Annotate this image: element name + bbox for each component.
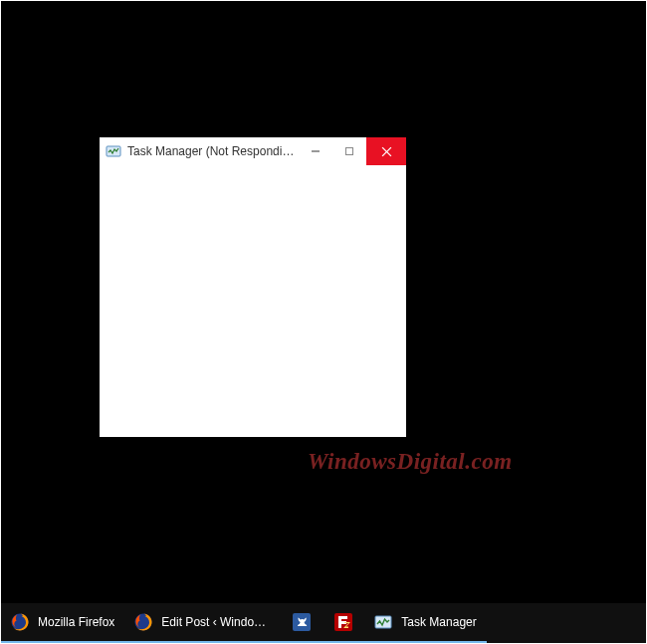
taskbar-item-filezilla[interactable]: FileZilla	[323, 603, 364, 643]
svg-rect-2	[346, 148, 353, 155]
minimize-button[interactable]	[299, 137, 332, 165]
taskbar-item-label: Mozilla Firefox	[38, 615, 114, 629]
watermark: WindowsDigital.com	[308, 449, 513, 475]
firefox-icon	[132, 611, 154, 633]
close-button[interactable]	[366, 137, 406, 165]
taskbar-item-taskmanager[interactable]: Task Manager	[364, 603, 486, 643]
taskbar-item-label: Task Manager	[401, 615, 476, 629]
filezilla-icon	[332, 611, 354, 633]
desktop: Task Manager (Not Responding) WindowsDig…	[1, 1, 646, 643]
window-body	[100, 165, 406, 437]
taskbar-item-snagit[interactable]: Snagit	[281, 603, 323, 643]
window-title: Task Manager (Not Responding)	[127, 144, 299, 158]
task-manager-window: Task Manager (Not Responding)	[100, 137, 406, 437]
taskbar-item-firefox-editpost[interactable]: Edit Post ‹ Window...	[124, 603, 281, 643]
task-manager-icon	[106, 143, 121, 159]
taskbar-item-firefox[interactable]: Mozilla Firefox	[1, 603, 124, 643]
maximize-button[interactable]	[332, 137, 366, 165]
taskbar-item-label: Edit Post ‹ Window...	[161, 615, 271, 629]
firefox-icon	[9, 611, 31, 633]
task-manager-icon	[372, 611, 394, 633]
window-titlebar[interactable]: Task Manager (Not Responding)	[100, 137, 406, 165]
window-controls	[299, 137, 406, 165]
taskbar: Mozilla Firefox Edit Post ‹ Window... Sn…	[1, 603, 646, 643]
snagit-icon	[291, 611, 313, 633]
